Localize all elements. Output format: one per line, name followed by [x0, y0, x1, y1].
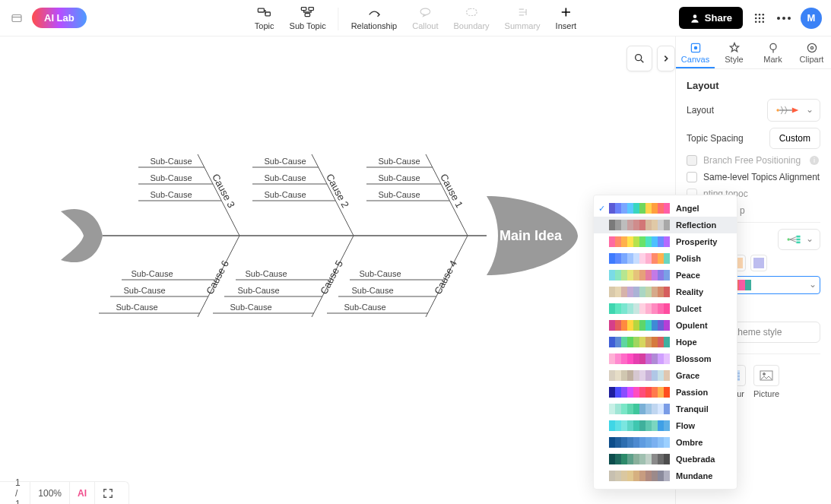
theme-option-peace[interactable]: Peace [594, 267, 737, 284]
spacing-custom-button[interactable]: Custom [769, 128, 820, 149]
share-button[interactable]: Share [679, 7, 743, 29]
svg-point-10 [759, 13, 761, 15]
svg-point-75 [810, 46, 813, 49]
mark-tab-icon [767, 41, 779, 55]
tab-clipart[interactable]: Clipart [792, 36, 831, 68]
theme-option-dulcet[interactable]: Dulcet [594, 300, 737, 317]
svg-text:Sub-Cause: Sub-Cause [150, 190, 192, 199]
theme-option-hope[interactable]: Hope [594, 334, 737, 350]
svg-point-6 [420, 8, 430, 14]
theme-option-grace[interactable]: Grace [594, 367, 737, 384]
svg-point-101 [763, 373, 766, 376]
svg-text:Sub-Cause: Sub-Cause [351, 286, 393, 295]
svg-line-31 [312, 154, 354, 236]
info-icon: i [810, 156, 819, 165]
svg-point-14 [763, 17, 765, 19]
tool-callout: Callout [404, 5, 446, 30]
tool-label: Summary [505, 21, 541, 30]
theme-option-quebrada[interactable]: Quebrada [594, 451, 737, 468]
clipart-tab-icon [806, 41, 818, 55]
subtopic-icon [300, 5, 316, 20]
svg-text:Sub-Cause: Sub-Cause [131, 269, 173, 278]
theme-option-reflection[interactable]: Reflection [594, 217, 737, 233]
svg-rect-4 [309, 7, 313, 10]
svg-text:Sub-Cause: Sub-Cause [344, 303, 385, 312]
svg-text:Cause 6: Cause 6 [204, 258, 231, 296]
tab-style[interactable]: Style [715, 36, 753, 68]
fullscreen-button[interactable] [95, 482, 121, 504]
tool-summary: Summary [497, 5, 548, 30]
svg-point-82 [787, 238, 789, 240]
svg-text:Sub-Cause: Sub-Cause [264, 173, 306, 182]
picture-bg-icon [753, 365, 779, 386]
tab-mark[interactable]: Mark [753, 36, 792, 68]
layout-label: Layout [687, 105, 714, 116]
bg-option-picture[interactable]: Picture [753, 365, 779, 398]
person-icon [690, 13, 700, 24]
bottom-bar: 1 / 1 100% AI [0, 481, 129, 504]
svg-point-20 [788, 17, 791, 20]
svg-point-19 [782, 17, 785, 20]
svg-point-73 [770, 43, 776, 49]
substructure-select[interactable]: ⌄ [778, 229, 820, 250]
theme-option-angel[interactable]: Angel [594, 200, 737, 217]
tool-label: Sub Topic [290, 21, 326, 30]
ai-lab-button[interactable]: AI Lab [32, 8, 87, 28]
apps-grid-icon[interactable] [752, 11, 767, 26]
svg-text:Sub-Cause: Sub-Cause [123, 286, 165, 295]
same-level-checkbox[interactable] [687, 172, 697, 182]
theme-option-polish[interactable]: Polish [594, 250, 737, 267]
tool-relationship[interactable]: Relationship [344, 5, 405, 30]
page-indicator[interactable]: 1 / 1 [8, 482, 30, 504]
truncated-p: p [740, 205, 820, 216]
svg-rect-86 [796, 236, 800, 238]
canvas[interactable]: Main Idea Cause 3 Sub-Cause Sub-Cause Su… [0, 36, 675, 504]
layout-variant-4[interactable] [750, 255, 767, 271]
svg-line-81 [785, 110, 787, 114]
svg-text:Sub-Cause: Sub-Cause [237, 286, 279, 295]
tool-insert[interactable]: Insert [548, 5, 585, 30]
mindmap-icon [785, 234, 803, 245]
fish-tail-icon [61, 209, 103, 262]
svg-point-18 [777, 17, 780, 20]
tool-subtopic[interactable]: Sub Topic [282, 5, 334, 30]
theme-option-passion[interactable]: Passion [594, 384, 737, 401]
svg-point-17 [763, 21, 765, 23]
theme-option-mundane[interactable]: Mundane [594, 468, 737, 484]
canvas-tab-icon [690, 41, 702, 55]
callout-icon [418, 5, 432, 20]
color-theme-dropdown[interactable]: AngelReflectionProsperityPolishPeaceReal… [593, 195, 737, 490]
svg-line-83 [790, 237, 797, 239]
tool-topic[interactable]: Topic [247, 5, 282, 30]
theme-option-opulent[interactable]: Opulent [594, 317, 737, 334]
svg-point-11 [763, 13, 765, 15]
ai-button[interactable]: AI [70, 482, 95, 504]
svg-rect-3 [302, 7, 306, 10]
user-avatar[interactable]: M [801, 8, 822, 29]
panel-tabs: Canvas Style Mark Clipart [676, 36, 831, 69]
more-icon[interactable] [776, 11, 791, 26]
theme-option-prosperity[interactable]: Prosperity [594, 233, 737, 250]
svg-line-85 [790, 239, 797, 242]
toolbar-right: Share M [679, 7, 822, 29]
svg-line-80 [781, 110, 783, 114]
chevron-down-icon: ⌄ [806, 233, 814, 244]
theme-option-tranquil[interactable]: Tranquil [594, 401, 737, 417]
svg-point-12 [755, 17, 757, 19]
svg-text:Sub-Cause: Sub-Cause [378, 157, 420, 166]
same-level-label: Same-level Topics Alignment [703, 172, 820, 182]
svg-point-76 [776, 109, 779, 111]
svg-rect-5 [305, 13, 309, 16]
svg-point-9 [755, 13, 757, 15]
zoom-indicator[interactable]: 100% [30, 482, 70, 504]
theme-option-blossom[interactable]: Blossom [594, 350, 737, 367]
svg-text:Cause 4: Cause 4 [432, 258, 459, 296]
tool-boundary: Boundary [446, 5, 496, 30]
theme-option-ombre[interactable]: Ombre [594, 434, 737, 451]
layout-select[interactable]: ⌄ [767, 99, 820, 122]
fullscreen-icon [103, 488, 113, 499]
theme-option-flow[interactable]: Flow [594, 417, 737, 434]
tab-canvas[interactable]: Canvas [676, 36, 715, 68]
theme-option-reality[interactable]: Reality [594, 284, 737, 300]
svg-text:Sub-Cause: Sub-Cause [245, 269, 287, 278]
